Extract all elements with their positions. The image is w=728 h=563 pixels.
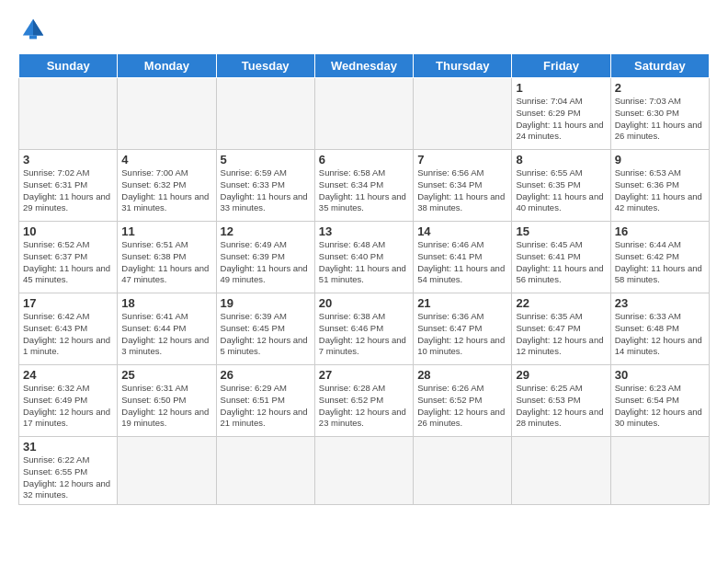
day-number: 13 bbox=[319, 224, 409, 238]
day-info: Sunrise: 6:31 AM Sunset: 6:50 PM Dayligh… bbox=[121, 383, 211, 430]
calendar-cell bbox=[512, 437, 610, 505]
day-info: Sunrise: 6:26 AM Sunset: 6:52 PM Dayligh… bbox=[417, 383, 507, 430]
day-number: 9 bbox=[615, 153, 705, 167]
day-info: Sunrise: 6:33 AM Sunset: 6:48 PM Dayligh… bbox=[615, 311, 705, 358]
weekday-header-saturday: Saturday bbox=[610, 54, 709, 78]
day-info: Sunrise: 6:44 AM Sunset: 6:42 PM Dayligh… bbox=[615, 239, 705, 286]
calendar-table: SundayMondayTuesdayWednesdayThursdayFrid… bbox=[18, 53, 710, 505]
calendar-week-3: 10Sunrise: 6:52 AM Sunset: 6:37 PM Dayli… bbox=[19, 222, 710, 293]
day-number: 23 bbox=[615, 296, 705, 310]
day-number: 24 bbox=[23, 368, 113, 382]
calendar-cell: 26Sunrise: 6:29 AM Sunset: 6:51 PM Dayli… bbox=[216, 365, 314, 437]
calendar-cell: 28Sunrise: 6:26 AM Sunset: 6:52 PM Dayli… bbox=[414, 365, 512, 437]
day-number: 22 bbox=[516, 296, 606, 310]
header bbox=[18, 15, 710, 44]
day-info: Sunrise: 6:32 AM Sunset: 6:49 PM Dayligh… bbox=[23, 383, 113, 430]
day-info: Sunrise: 6:52 AM Sunset: 6:37 PM Dayligh… bbox=[23, 239, 113, 286]
day-number: 15 bbox=[516, 224, 606, 238]
day-number: 28 bbox=[417, 368, 507, 382]
day-number: 4 bbox=[121, 153, 211, 167]
calendar-cell: 10Sunrise: 6:52 AM Sunset: 6:37 PM Dayli… bbox=[19, 222, 118, 293]
calendar-cell: 6Sunrise: 6:58 AM Sunset: 6:34 PM Daylig… bbox=[314, 150, 413, 222]
day-number: 3 bbox=[23, 153, 113, 167]
calendar-week-1: 1Sunrise: 7:04 AM Sunset: 6:29 PM Daylig… bbox=[19, 78, 710, 150]
day-info: Sunrise: 6:23 AM Sunset: 6:54 PM Dayligh… bbox=[615, 383, 705, 430]
logo-icon bbox=[18, 15, 48, 44]
day-info: Sunrise: 6:25 AM Sunset: 6:53 PM Dayligh… bbox=[516, 383, 606, 430]
day-number: 17 bbox=[23, 296, 113, 310]
calendar-cell: 23Sunrise: 6:33 AM Sunset: 6:48 PM Dayli… bbox=[610, 293, 709, 365]
calendar-cell: 22Sunrise: 6:35 AM Sunset: 6:47 PM Dayli… bbox=[512, 293, 610, 365]
day-info: Sunrise: 6:36 AM Sunset: 6:47 PM Dayligh… bbox=[417, 311, 507, 358]
calendar-cell: 30Sunrise: 6:23 AM Sunset: 6:54 PM Dayli… bbox=[610, 365, 709, 437]
day-number: 20 bbox=[319, 296, 409, 310]
calendar-cell: 3Sunrise: 7:02 AM Sunset: 6:31 PM Daylig… bbox=[19, 150, 118, 222]
day-info: Sunrise: 6:53 AM Sunset: 6:36 PM Dayligh… bbox=[615, 167, 705, 214]
weekday-header-monday: Monday bbox=[118, 54, 216, 78]
day-number: 6 bbox=[319, 153, 409, 167]
day-number: 27 bbox=[319, 368, 409, 382]
calendar-cell: 27Sunrise: 6:28 AM Sunset: 6:52 PM Dayli… bbox=[314, 365, 413, 437]
day-number: 31 bbox=[23, 440, 113, 454]
calendar-cell bbox=[216, 78, 314, 150]
day-info: Sunrise: 6:45 AM Sunset: 6:41 PM Dayligh… bbox=[516, 239, 606, 286]
calendar-cell: 19Sunrise: 6:39 AM Sunset: 6:45 PM Dayli… bbox=[216, 293, 314, 365]
calendar-cell bbox=[118, 437, 216, 505]
day-info: Sunrise: 6:22 AM Sunset: 6:55 PM Dayligh… bbox=[23, 454, 113, 501]
calendar-cell: 1Sunrise: 7:04 AM Sunset: 6:29 PM Daylig… bbox=[512, 78, 610, 150]
day-number: 18 bbox=[121, 296, 211, 310]
calendar-cell bbox=[414, 78, 512, 150]
day-info: Sunrise: 7:03 AM Sunset: 6:30 PM Dayligh… bbox=[615, 96, 705, 143]
calendar-cell bbox=[414, 437, 512, 505]
calendar-week-4: 17Sunrise: 6:42 AM Sunset: 6:43 PM Dayli… bbox=[19, 293, 710, 365]
day-info: Sunrise: 6:56 AM Sunset: 6:34 PM Dayligh… bbox=[417, 167, 507, 214]
weekday-header-wednesday: Wednesday bbox=[314, 54, 413, 78]
day-number: 5 bbox=[221, 153, 311, 167]
calendar-cell: 7Sunrise: 6:56 AM Sunset: 6:34 PM Daylig… bbox=[414, 150, 512, 222]
day-info: Sunrise: 7:04 AM Sunset: 6:29 PM Dayligh… bbox=[516, 96, 606, 143]
calendar-cell: 17Sunrise: 6:42 AM Sunset: 6:43 PM Dayli… bbox=[19, 293, 118, 365]
day-info: Sunrise: 6:46 AM Sunset: 6:41 PM Dayligh… bbox=[417, 239, 507, 286]
calendar-cell: 11Sunrise: 6:51 AM Sunset: 6:38 PM Dayli… bbox=[118, 222, 216, 293]
day-number: 7 bbox=[417, 153, 507, 167]
day-info: Sunrise: 6:49 AM Sunset: 6:39 PM Dayligh… bbox=[221, 239, 311, 286]
calendar-cell bbox=[118, 78, 216, 150]
calendar-cell: 25Sunrise: 6:31 AM Sunset: 6:50 PM Dayli… bbox=[118, 365, 216, 437]
calendar-week-2: 3Sunrise: 7:02 AM Sunset: 6:31 PM Daylig… bbox=[19, 150, 710, 222]
day-info: Sunrise: 6:59 AM Sunset: 6:33 PM Dayligh… bbox=[221, 167, 311, 214]
day-info: Sunrise: 6:39 AM Sunset: 6:45 PM Dayligh… bbox=[221, 311, 311, 358]
calendar-cell: 4Sunrise: 7:00 AM Sunset: 6:32 PM Daylig… bbox=[118, 150, 216, 222]
day-number: 10 bbox=[23, 224, 113, 238]
logo bbox=[18, 15, 51, 44]
day-number: 12 bbox=[221, 224, 311, 238]
day-info: Sunrise: 6:55 AM Sunset: 6:35 PM Dayligh… bbox=[516, 167, 606, 214]
calendar-cell: 29Sunrise: 6:25 AM Sunset: 6:53 PM Dayli… bbox=[512, 365, 610, 437]
day-info: Sunrise: 6:48 AM Sunset: 6:40 PM Dayligh… bbox=[319, 239, 409, 286]
calendar-cell: 18Sunrise: 6:41 AM Sunset: 6:44 PM Dayli… bbox=[118, 293, 216, 365]
calendar-cell: 15Sunrise: 6:45 AM Sunset: 6:41 PM Dayli… bbox=[512, 222, 610, 293]
calendar-cell: 5Sunrise: 6:59 AM Sunset: 6:33 PM Daylig… bbox=[216, 150, 314, 222]
day-number: 11 bbox=[121, 224, 211, 238]
svg-rect-2 bbox=[29, 35, 37, 39]
day-number: 8 bbox=[516, 153, 606, 167]
weekday-header-friday: Friday bbox=[512, 54, 610, 78]
calendar-cell: 14Sunrise: 6:46 AM Sunset: 6:41 PM Dayli… bbox=[414, 222, 512, 293]
day-info: Sunrise: 6:28 AM Sunset: 6:52 PM Dayligh… bbox=[319, 383, 409, 430]
calendar-cell: 20Sunrise: 6:38 AM Sunset: 6:46 PM Dayli… bbox=[314, 293, 413, 365]
day-number: 14 bbox=[417, 224, 507, 238]
calendar-cell: 24Sunrise: 6:32 AM Sunset: 6:49 PM Dayli… bbox=[19, 365, 118, 437]
weekday-header-thursday: Thursday bbox=[414, 54, 512, 78]
day-number: 1 bbox=[516, 81, 606, 95]
calendar-week-6: 31Sunrise: 6:22 AM Sunset: 6:55 PM Dayli… bbox=[19, 437, 710, 505]
day-info: Sunrise: 6:38 AM Sunset: 6:46 PM Dayligh… bbox=[319, 311, 409, 358]
day-number: 21 bbox=[417, 296, 507, 310]
calendar-cell bbox=[610, 437, 709, 505]
day-info: Sunrise: 6:41 AM Sunset: 6:44 PM Dayligh… bbox=[121, 311, 211, 358]
calendar-cell: 16Sunrise: 6:44 AM Sunset: 6:42 PM Dayli… bbox=[610, 222, 709, 293]
day-number: 16 bbox=[615, 224, 705, 238]
day-number: 25 bbox=[121, 368, 211, 382]
weekday-header-tuesday: Tuesday bbox=[216, 54, 314, 78]
day-number: 29 bbox=[516, 368, 606, 382]
day-number: 2 bbox=[615, 81, 705, 95]
day-info: Sunrise: 7:00 AM Sunset: 6:32 PM Dayligh… bbox=[121, 167, 211, 214]
